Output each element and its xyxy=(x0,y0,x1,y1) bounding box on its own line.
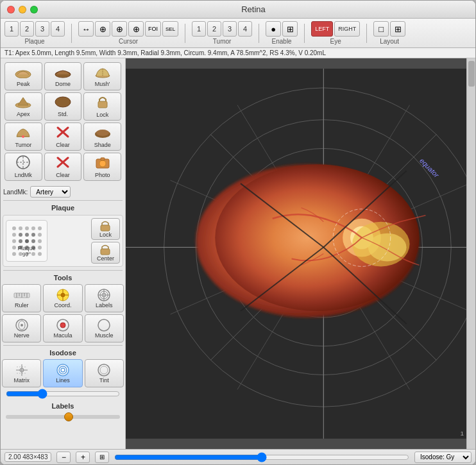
isodose-tint[interactable]: Tint xyxy=(85,359,124,387)
zoom-in-btn[interactable]: + xyxy=(76,452,90,463)
plaque-btn-2[interactable]: 2 xyxy=(20,21,34,37)
enable-btn-circle[interactable]: ● xyxy=(266,21,281,37)
zoom-out-btn[interactable]: − xyxy=(56,452,71,463)
tumor-btn-4[interactable]: 4 xyxy=(238,21,252,37)
lock-icon xyxy=(94,95,112,111)
plaque-lock-btn[interactable]: Lock xyxy=(91,218,120,240)
tool-nerve[interactable]: Nerve xyxy=(2,314,41,342)
svg-point-6 xyxy=(55,97,71,107)
divider-1 xyxy=(3,200,123,201)
toolbar-cursor-group: ↔ ⊕ ⊕ ⊕ FOI SEL Cursor xyxy=(78,21,178,45)
isodose-slider[interactable] xyxy=(6,390,120,398)
svg-point-46 xyxy=(38,252,42,256)
svg-point-66 xyxy=(21,324,23,326)
tool-labels[interactable]: Labels xyxy=(85,284,124,312)
tool-macula[interactable]: Macula xyxy=(43,314,82,342)
enable-label: Enable xyxy=(272,38,292,45)
svg-point-26 xyxy=(38,226,42,230)
layout-btn-grid[interactable]: ⊞ xyxy=(390,21,405,37)
tumor-btn-2[interactable]: 2 xyxy=(207,21,221,37)
photo-label: Photo xyxy=(95,172,110,178)
landmark-row: LandMk: Artery Vein Disc Macula xyxy=(1,185,125,199)
lock-btn-label: Lock xyxy=(99,232,112,238)
tool-std[interactable]: Std. xyxy=(44,92,82,121)
peak-icon xyxy=(14,65,32,80)
eye-btn-right[interactable]: RIGHT xyxy=(334,21,360,37)
canvas-area[interactable]: equator 1 xyxy=(126,58,475,449)
vscrollbar[interactable] xyxy=(466,58,475,449)
tumor-btn-1[interactable]: 1 xyxy=(192,21,206,37)
main-window: Retina 1 2 3 4 Plaque ↔ ⊕ ⊕ ⊕ FOI SEL xyxy=(0,0,476,465)
plaque-buttons: 1 2 3 4 xyxy=(4,21,65,37)
tool-clear[interactable]: Clear xyxy=(44,123,82,151)
divider-3 xyxy=(3,345,123,346)
cursor-btn-target[interactable]: ⊕ xyxy=(128,21,144,37)
cursor-btn-select[interactable]: SEL xyxy=(162,21,178,37)
svg-point-32 xyxy=(12,239,16,243)
svg-point-35 xyxy=(31,239,35,243)
toolbar-tumor-group: 1 2 3 4 Tumor xyxy=(192,21,252,45)
layout-btn-single[interactable]: □ xyxy=(373,21,389,37)
tool-peak[interactable]: Peak xyxy=(4,62,42,90)
tool-section-shape: Peak Dome xyxy=(1,58,125,185)
minimize-button[interactable] xyxy=(19,6,26,13)
tool-clear2[interactable]: Clear xyxy=(44,153,82,181)
cursor-btn-move[interactable]: ↔ xyxy=(78,21,94,37)
cursor-btn-cross1[interactable]: ⊕ xyxy=(95,21,110,37)
tool-muscle[interactable]: Muscle xyxy=(85,314,124,342)
tool-photo[interactable]: Photo xyxy=(83,153,121,181)
svg-point-33 xyxy=(19,239,22,243)
plaque-btn-4[interactable]: 4 xyxy=(51,21,65,37)
tool-shade[interactable]: Shade xyxy=(83,123,121,151)
cursor-btn-foi[interactable]: FOI xyxy=(145,21,161,37)
vscroll-thumb[interactable] xyxy=(468,61,475,87)
apex-label: Apex xyxy=(17,111,30,117)
cursor-btn-cross2[interactable]: ⊕ xyxy=(112,21,127,37)
tumor-btn-3[interactable]: 3 xyxy=(223,21,237,37)
landmark-select[interactable]: Artery Vein Disc Macula xyxy=(30,186,71,198)
tumor-icon xyxy=(14,125,32,141)
enable-btn-grid[interactable]: ⊞ xyxy=(282,21,298,37)
zoom-fit-btn[interactable]: ⊞ xyxy=(95,452,109,463)
isodose-lines[interactable]: Lines xyxy=(43,359,82,387)
svg-point-42 xyxy=(12,252,16,256)
eye-btn-left[interactable]: LEFT xyxy=(311,21,333,37)
clear-icon xyxy=(54,125,72,141)
isodose-matrix[interactable]: Matrix xyxy=(2,359,41,387)
isodose-dropdown[interactable]: Isodose: Gy Isodose: % Isodose: cGy xyxy=(414,452,472,463)
labels-icon xyxy=(95,288,113,302)
matrix-icon xyxy=(13,363,31,377)
close-button[interactable] xyxy=(7,6,15,13)
plaque-grid: Plaque97° xyxy=(6,220,47,262)
clear-label: Clear xyxy=(56,142,70,148)
plaque-btn-3[interactable]: 3 xyxy=(35,21,49,37)
tool-apex[interactable]: Apex xyxy=(4,92,42,121)
tool-tumor[interactable]: Tumor xyxy=(4,123,42,151)
tumor-label: Tumor xyxy=(213,38,232,45)
plaque-btn-1[interactable]: 1 xyxy=(4,21,19,37)
plaque-controls: Lock Center xyxy=(91,218,120,264)
eye-label: Eye xyxy=(330,38,341,45)
sep-5 xyxy=(366,24,367,43)
svg-point-27 xyxy=(12,233,16,237)
plaque-center-btn[interactable]: Center xyxy=(91,242,120,264)
tool-lndmk[interactable]: LndMk xyxy=(4,153,42,181)
maximize-button[interactable] xyxy=(30,6,38,13)
svg-point-25 xyxy=(31,226,35,230)
plaque-label: Plaque xyxy=(24,38,44,45)
sep-3 xyxy=(259,24,259,43)
macula-label: Macula xyxy=(53,332,72,339)
shade-label: Shade xyxy=(94,142,111,148)
toolbar-plaque-group: 1 2 3 4 Plaque xyxy=(4,21,65,45)
tool-coord[interactable]: Coord. xyxy=(43,284,82,312)
tool-lock[interactable]: Lock xyxy=(83,92,121,121)
window-title: Retina xyxy=(38,4,469,14)
svg-point-79 xyxy=(100,366,108,374)
hscroll-slider[interactable] xyxy=(114,454,409,461)
plaque-annotation: Plaque97° xyxy=(17,246,35,258)
std-icon xyxy=(54,96,72,110)
tool-mush[interactable]: Mush' xyxy=(83,62,121,90)
nerve-icon xyxy=(13,318,31,332)
tool-ruler[interactable]: Ruler xyxy=(2,284,41,312)
tool-dome[interactable]: Dome xyxy=(44,62,82,90)
